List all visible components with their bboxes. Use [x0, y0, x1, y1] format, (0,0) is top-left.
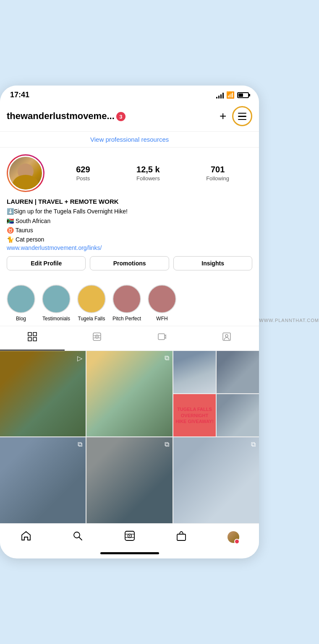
highlight-testimonials[interactable]: Testimonials	[42, 285, 71, 322]
action-buttons: Edit Profile Promotions Insights	[7, 256, 252, 270]
status-time: 17:41	[10, 91, 29, 99]
highlight-label-wfh: WFH	[156, 316, 167, 322]
bio-line-2: 🇿🇦 South African	[7, 216, 252, 226]
insights-button[interactable]: Insights	[173, 256, 252, 270]
grid-item-1[interactable]: ▷	[0, 351, 86, 436]
bio-link[interactable]: www.wanderlustmovement.org/links/	[7, 244, 252, 251]
status-icons: 📶	[216, 91, 249, 99]
nav-home[interactable]	[16, 529, 36, 545]
svg-rect-19	[177, 534, 186, 540]
reels-icon	[92, 332, 102, 344]
posts-label: Posts	[76, 175, 90, 182]
grid-subitem-3c[interactable]: TUGELA FALLS OVERNIGHT HIKE GIVEAWAY!	[173, 394, 216, 436]
svg-point-6	[97, 336, 98, 337]
highlights-row: Blog Testimonials Tugela Falls Pitch Per…	[0, 280, 259, 326]
bio-line-3: ♉ Taurus	[7, 226, 252, 235]
highlight-wfh[interactable]: WFH	[148, 285, 176, 322]
igtv-icon	[157, 332, 167, 344]
carousel-indicator-2: ⧉	[78, 441, 82, 448]
photo-grid: ▷ ⧉ TUGELA FALLS OVERNIGHT HIKE GIVEAWAY…	[0, 351, 259, 523]
followers-count: 12,5 k	[136, 165, 160, 174]
signal-icon	[216, 92, 224, 99]
bio-line-4: 🐈 Cat person	[7, 235, 252, 244]
home-icon	[21, 530, 31, 544]
grid-item-3: TUGELA FALLS OVERNIGHT HIKE GIVEAWAY!	[173, 351, 259, 436]
highlight-circle-wfh	[148, 285, 176, 313]
battery-icon	[237, 92, 249, 98]
nav-shop[interactable]	[171, 529, 191, 545]
menu-line-1	[238, 113, 246, 114]
header-actions: +	[220, 106, 252, 126]
grid-item-4[interactable]: ⧉	[0, 437, 86, 523]
following-label: Following	[206, 175, 229, 182]
svg-rect-1	[33, 332, 37, 336]
carousel-indicator: ⧉	[165, 354, 169, 362]
nav-search[interactable]	[68, 529, 88, 545]
content-tabs	[0, 326, 259, 351]
avatar-wrapper	[7, 154, 44, 192]
highlight-label-blog: Blog	[16, 316, 26, 322]
menu-line-3	[238, 119, 246, 120]
highlight-label-testimonials: Testimonials	[42, 316, 70, 322]
grid-subitem-3b[interactable]	[217, 351, 259, 393]
grid-icon	[28, 332, 37, 344]
menu-line-2	[238, 116, 246, 117]
username: thewanderlustmoveme...3	[7, 111, 220, 122]
tab-reels[interactable]	[65, 326, 129, 351]
promotions-button[interactable]: Promotions	[90, 256, 169, 270]
highlight-tugela[interactable]: Tugela Falls	[77, 285, 106, 322]
highlight-blog[interactable]: Blog	[7, 285, 35, 322]
notification-badge: 3	[116, 112, 126, 121]
grid-item-5[interactable]: ⧉	[86, 437, 172, 523]
svg-rect-0	[28, 332, 31, 336]
edit-profile-button[interactable]: Edit Profile	[7, 256, 86, 270]
svg-point-11	[225, 335, 228, 337]
bottom-nav	[0, 523, 259, 549]
reels-nav-icon	[124, 530, 135, 544]
svg-rect-2	[28, 338, 31, 341]
bio: LAUREN | TRAVEL + REMOTE WORK ⬇️Sign up …	[7, 198, 252, 251]
grid-subitem-3a[interactable]	[173, 351, 216, 393]
highlight-pitch-perfect[interactable]: Pitch Perfect	[112, 285, 141, 322]
highlight-label-pitch-perfect: Pitch Perfect	[112, 316, 141, 322]
watermark: WWW.PLANNTHAT.COM	[259, 314, 319, 330]
following-stat[interactable]: 701 Following	[206, 165, 229, 182]
video-indicator: ▷	[77, 354, 82, 362]
carousel-indicator-3: ⧉	[165, 441, 169, 448]
add-button[interactable]: +	[220, 110, 226, 122]
carousel-indicator-4: ⧉	[251, 441, 256, 448]
header: thewanderlustmoveme...3 +	[0, 103, 259, 132]
grid-subitem-3d[interactable]	[217, 394, 259, 436]
tagged-icon	[222, 332, 231, 344]
bio-name: LAUREN | TRAVEL + REMOTE WORK	[7, 198, 252, 205]
highlight-circle-testimonials	[42, 285, 71, 313]
highlight-circle-pitch-perfect	[112, 285, 141, 313]
followers-stat[interactable]: 12,5 k Followers	[136, 165, 160, 182]
profile-section: 629 Posts 12,5 k Followers 701 Following…	[0, 148, 259, 280]
home-indicator	[100, 552, 159, 554]
highlight-circle-blog	[7, 285, 35, 313]
following-count: 701	[206, 165, 229, 174]
profile-nav-avatar	[227, 531, 239, 543]
pro-resources-link[interactable]: View professional resources	[0, 132, 259, 148]
nav-reels[interactable]	[120, 529, 140, 545]
phone-frame: 17:41 📶 thewanderlustmoveme...3 +	[0, 86, 259, 558]
tab-tagged[interactable]	[194, 326, 259, 351]
svg-point-16	[129, 535, 130, 536]
grid-item-2[interactable]: ⧉	[86, 351, 172, 436]
grid-item-6[interactable]: ⧉	[173, 437, 259, 523]
tab-grid[interactable]	[0, 326, 65, 351]
posts-stat[interactable]: 629 Posts	[76, 165, 90, 182]
wifi-icon: 📶	[226, 91, 235, 99]
tab-igtv[interactable]	[130, 326, 194, 351]
avatar-photo	[9, 157, 42, 190]
followers-label: Followers	[136, 175, 160, 182]
giveaway-text: TUGELA FALLS OVERNIGHT HIKE GIVEAWAY!	[173, 405, 216, 426]
profile-top: 629 Posts 12,5 k Followers 701 Following	[7, 154, 252, 192]
highlight-label-tugela: Tugela Falls	[78, 316, 105, 322]
nav-profile[interactable]	[223, 529, 243, 545]
status-bar: 17:41 📶	[0, 86, 259, 103]
menu-button[interactable]	[232, 106, 252, 126]
bio-line-1: ⬇️Sign up for the Tugela Falls Overnight…	[7, 207, 252, 216]
svg-rect-9	[158, 334, 165, 340]
